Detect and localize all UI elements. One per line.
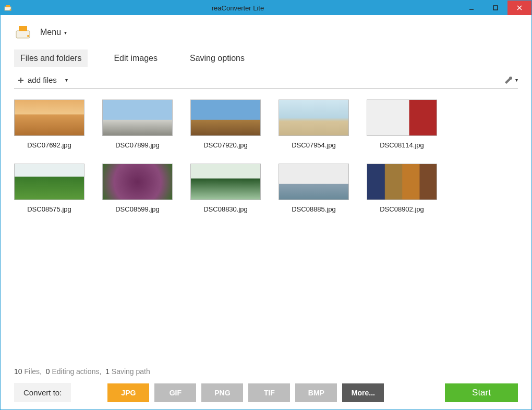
thumbnail-caption: DSC08830.jpg [203,205,248,213]
titlebar: reaConverter Lite [1,1,531,15]
actions-count: 0 [46,367,50,376]
thumbnail-caption: DSC08599.jpg [115,205,160,213]
window-controls [460,1,531,15]
format-bmp-button[interactable]: BMP [295,383,337,402]
status-bar: 10 Files, 0 Editing actions, 1 Saving pa… [14,367,518,376]
plus-icon [17,77,25,84]
thumbnail-caption: DSC08902.jpg [380,205,424,213]
thumbnail-caption: DSC08575.jpg [27,205,71,213]
minimize-button[interactable] [460,1,483,15]
tab-files-and-folders[interactable]: Files and folders [14,49,88,67]
paths-label: Saving path [112,367,150,376]
paths-count: 1 [105,367,110,376]
thumbnail[interactable]: DSC08885.jpg [279,164,349,213]
thumbnail-image [367,100,437,136]
close-button[interactable] [507,1,531,15]
svg-point-9 [27,35,29,37]
thumbnail[interactable]: DSC08902.jpg [367,164,437,213]
thumbnail-caption: DSC07899.jpg [115,141,160,149]
start-button[interactable]: Start [445,383,518,402]
convert-to-label: Convert to: [14,383,71,402]
thumbnail-image [190,100,261,136]
menu-button[interactable]: Menu ▾ [37,26,70,39]
thumbnail-caption: DSC08114.jpg [380,141,424,149]
thumbnail-image [102,164,173,200]
wrench-icon [503,76,514,84]
thumbnail[interactable]: DSC07899.jpg [102,100,173,149]
thumbnail-image [14,164,84,200]
app-window: reaConverter Lite Menu ▾ Files and folde… [0,0,532,410]
thumbnail[interactable]: DSC08575.jpg [14,164,84,213]
settings-button[interactable]: ▾ [503,76,518,84]
thumbnail[interactable]: DSC08114.jpg [367,100,437,149]
svg-point-2 [10,9,11,11]
tabs: Files and foldersEdit imagesSaving optio… [14,49,518,67]
svg-rect-4 [493,6,498,10]
tab-saving-options[interactable]: Saving options [184,49,251,67]
printer-icon [14,24,32,40]
format-png-button[interactable]: PNG [201,383,243,402]
format-gif-button[interactable]: GIF [154,383,196,402]
add-files-button[interactable]: add files ▾ [14,74,71,85]
thumbnail-image [14,100,84,136]
svg-rect-7 [16,31,30,38]
thumbnail[interactable]: DSC07920.jpg [190,100,261,149]
actions-label: Editing actions, [52,367,101,376]
thumbnail-caption: DSC08885.jpg [292,205,336,213]
tab-edit-images[interactable]: Edit images [107,49,164,67]
thumbnail-grid: DSC07692.jpgDSC07899.jpgDSC07920.jpgDSC0… [14,100,518,213]
chevron-down-icon: ▾ [64,30,67,35]
chevron-down-icon: ▾ [515,77,518,83]
thumbnail-image [102,100,173,136]
format-buttons: JPGGIFPNGTIFBMP [107,383,337,402]
app-icon [4,4,12,12]
format-jpg-button[interactable]: JPG [107,383,149,402]
thumbnail[interactable]: DSC07692.jpg [14,100,84,149]
bottom-bar: Convert to: JPGGIFPNGTIFBMP More... Star… [14,383,518,402]
more-formats-button[interactable]: More... [342,383,384,402]
thumbnail[interactable]: DSC08599.jpg [102,164,173,213]
thumbnail-caption: DSC07920.jpg [203,141,248,149]
format-tif-button[interactable]: TIF [248,383,290,402]
thumbnail-image [279,100,349,136]
thumbnail-image [190,164,261,200]
thumbnail-caption: DSC07954.jpg [292,141,336,149]
client-area: Menu ▾ Files and foldersEdit imagesSavin… [1,15,531,409]
thumbnail-image [367,164,437,200]
window-title: reaConverter Lite [16,4,460,12]
maximize-button[interactable] [483,1,507,15]
svg-rect-1 [6,5,10,7]
menubar: Menu ▾ [14,24,518,40]
thumbnail[interactable]: DSC08830.jpg [190,164,261,213]
files-count: 10 [14,367,22,376]
chevron-down-icon: ▾ [65,77,68,83]
files-label: Files, [24,367,41,376]
svg-rect-8 [19,26,27,31]
thumbnail[interactable]: DSC07954.jpg [279,100,349,149]
menu-label: Menu [40,28,61,37]
thumbnail-caption: DSC07692.jpg [27,141,71,149]
add-files-label: add files [28,76,57,84]
toolbar: add files ▾ ▾ [14,71,518,89]
thumbnail-image [279,164,349,200]
